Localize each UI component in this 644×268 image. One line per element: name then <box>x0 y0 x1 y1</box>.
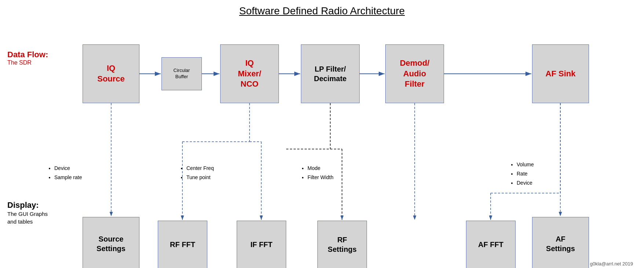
if-fft-box: IF FFT <box>237 221 286 268</box>
af-fft-box: AF FFT <box>466 221 516 268</box>
af-sink-box: AF Sink <box>532 44 589 103</box>
rf-settings-box: RFSettings <box>317 221 367 268</box>
mixer-bullets: Center Freq Tune point <box>180 164 214 182</box>
iq-mixer-box: IQMixer/NCO <box>220 44 279 103</box>
iq-source-box: IQSource <box>83 44 139 103</box>
source-settings-box: SourceSettings <box>83 217 139 268</box>
lp-filter-box: LP Filter/Decimate <box>301 44 360 103</box>
data-flow-label: Data Flow: The SDR <box>7 50 48 66</box>
rf-fft-box: RF FFT <box>158 221 207 268</box>
page-title: Software Defined Radio Architecture <box>0 0 644 21</box>
demod-box: Demod/AudioFilter <box>385 44 444 103</box>
source-bullets: Device Sample rate <box>48 164 82 182</box>
circular-buffer-box: CircularBuffer <box>161 57 202 90</box>
af-settings-box: AFSettings <box>532 217 589 268</box>
sink-bullets: Volume Rate Device <box>510 160 534 188</box>
footer-text: g0kla@arrl.net 2019 <box>590 261 633 267</box>
filter-bullets: Mode Filter Width <box>301 164 334 182</box>
display-label: Display: The GUI Graphs and tables <box>7 200 48 225</box>
